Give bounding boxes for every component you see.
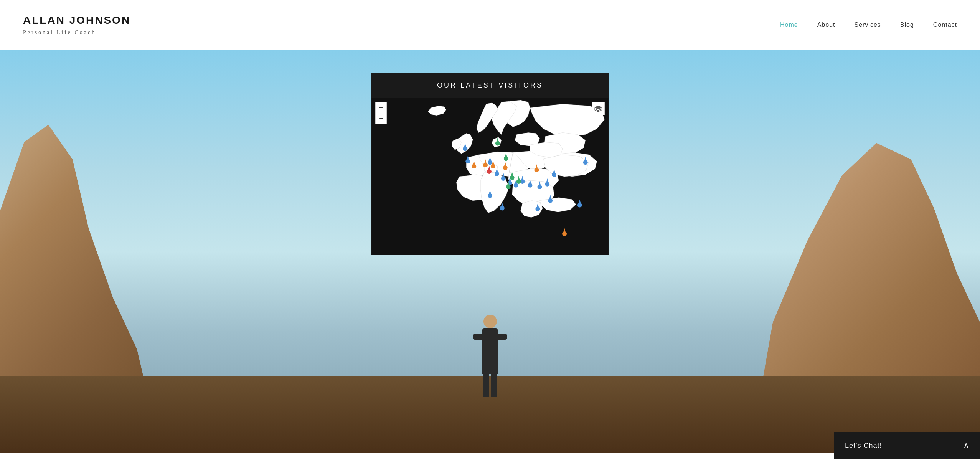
zoom-in-button[interactable]: + — [376, 102, 386, 113]
map-svg-wrapper — [371, 98, 609, 255]
person-leg-right — [491, 374, 497, 397]
person-leg-left — [483, 374, 489, 397]
nav-contact[interactable]: Contact — [933, 21, 957, 28]
zoom-out-button[interactable]: − — [376, 113, 386, 124]
content-area: OUR LATEST VISITORS + − — [0, 50, 980, 255]
layers-icon — [594, 106, 602, 112]
brand-subtitle: Personal Life Coach — [23, 30, 130, 36]
map-container: + − — [371, 98, 609, 255]
person-arms — [473, 334, 507, 340]
nav-about[interactable]: About — [817, 21, 835, 28]
hero-section: OUR LATEST VISITORS + − — [0, 50, 980, 453]
person-silhouette — [475, 315, 505, 391]
person-head — [483, 315, 497, 328]
chat-widget[interactable]: Let's Chat! ∧ — [834, 432, 980, 453]
brand: ALLAN JOHNSON Personal Life Coach — [23, 14, 130, 36]
visitors-header: OUR LATEST VISITORS — [371, 73, 609, 98]
layers-button[interactable] — [592, 102, 605, 115]
europe-map-svg — [371, 98, 609, 255]
nav-home[interactable]: Home — [780, 21, 798, 28]
brand-name: ALLAN JOHNSON — [23, 14, 130, 26]
main-nav: Home About Services Blog Contact — [780, 21, 957, 28]
chat-label: Let's Chat! — [845, 442, 882, 450]
zoom-controls: + − — [375, 102, 387, 124]
chat-chevron-icon: ∧ — [963, 441, 969, 451]
person-legs — [475, 374, 505, 397]
person-body — [482, 328, 498, 374]
nav-services[interactable]: Services — [854, 21, 881, 28]
header: ALLAN JOHNSON Personal Life Coach Home A… — [0, 0, 980, 50]
visitors-container: OUR LATEST VISITORS + − — [371, 73, 609, 255]
nav-blog[interactable]: Blog — [900, 21, 914, 28]
